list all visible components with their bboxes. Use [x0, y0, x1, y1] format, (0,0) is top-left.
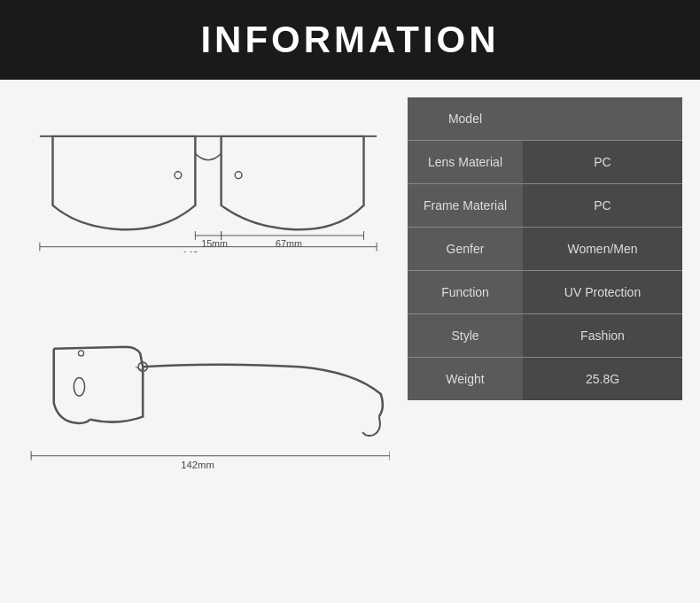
spec-label: Function — [408, 271, 523, 313]
svg-point-1 — [175, 172, 182, 179]
spec-label: Weight — [408, 358, 523, 400]
spec-row: Model — [408, 97, 682, 141]
page-title: INFORMATION — [200, 19, 499, 61]
spec-value: UV Protection — [523, 271, 682, 313]
spec-value: Fashion — [523, 314, 682, 357]
spec-table: ModelLens MaterialPCFrame MaterialPCGenf… — [408, 97, 682, 594]
spec-label: Frame Material — [408, 184, 523, 227]
spec-row: Frame MaterialPC — [408, 184, 682, 228]
spec-label: Lens Material — [408, 141, 523, 183]
spec-value — [523, 97, 682, 140]
diagram-side: 142mm — [18, 310, 390, 505]
spec-label: Genfer — [408, 228, 523, 270]
spec-value: PC — [523, 184, 682, 227]
glasses-front-svg: 15mm 67mm 142mm — [35, 115, 381, 252]
main-content: 15mm 67mm 142mm — [0, 80, 700, 603]
spec-value: 25.8G — [523, 358, 682, 400]
spec-value: Women/Men — [523, 228, 682, 270]
spec-row: GenferWomen/Men — [408, 228, 682, 271]
svg-text:142mm: 142mm — [183, 250, 214, 252]
spec-row: FunctionUV Protection — [408, 271, 682, 314]
diagram-front: 15mm 67mm 142mm — [18, 97, 390, 301]
spec-label: Style — [408, 314, 523, 357]
spec-row: Lens MaterialPC — [408, 141, 682, 184]
svg-text:142mm: 142mm — [181, 460, 214, 470]
svg-point-2 — [235, 172, 242, 179]
spec-label: Model — [408, 97, 523, 140]
header: INFORMATION — [0, 0, 700, 80]
svg-point-17 — [74, 378, 84, 397]
spec-value: PC — [523, 141, 682, 183]
right-panel: ModelLens MaterialPCFrame MaterialPCGenf… — [408, 97, 682, 594]
left-panel: 15mm 67mm 142mm — [18, 97, 390, 594]
spec-row: Weight25.8G — [408, 358, 682, 400]
svg-point-19 — [78, 351, 83, 356]
spec-row: StyleFashion — [408, 314, 682, 358]
glasses-side-svg: 142mm — [27, 310, 390, 478]
